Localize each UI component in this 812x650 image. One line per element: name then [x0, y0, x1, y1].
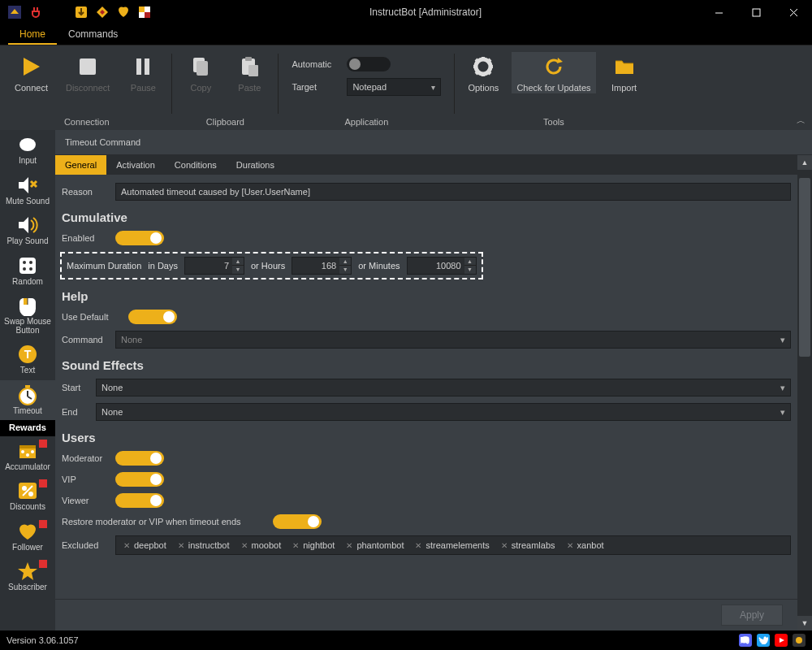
command-select[interactable]: None▾ [115, 331, 791, 349]
remove-chip-icon[interactable]: ✕ [123, 541, 130, 550]
use-default-toggle[interactable] [128, 310, 177, 324]
subtab-activation[interactable]: Activation [106, 155, 165, 175]
excluded-chips[interactable]: ✕deepbot✕instructbot✕moobot✕nightbot✕pha… [115, 535, 791, 555]
viewer-toggle[interactable] [115, 493, 164, 508]
scroll-thumb[interactable] [799, 178, 810, 357]
vip-toggle[interactable] [115, 472, 164, 487]
excluded-chip[interactable]: ✕instructbot [175, 540, 233, 551]
automatic-toggle[interactable] [347, 57, 391, 72]
disconnect-button[interactable]: Disconnect [61, 52, 114, 93]
sidebar-item-text[interactable]: T Text [0, 340, 55, 380]
excluded-chip[interactable]: ✕streamelements [412, 540, 492, 551]
minimize-button[interactable] [700, 0, 737, 24]
excluded-chip[interactable]: ✕nightbot [289, 540, 338, 551]
hours-spinner[interactable]: ▲▼ [292, 257, 352, 275]
target-combo[interactable]: Notepad▾ [347, 78, 441, 96]
remove-chip-icon[interactable]: ✕ [567, 541, 573, 550]
qa-icon-1[interactable] [75, 6, 88, 19]
sidebar-item-random[interactable]: Random [0, 251, 55, 292]
svg-marker-21 [19, 177, 28, 193]
qa-icon-4[interactable] [138, 6, 151, 19]
days-spinner[interactable]: ▲▼ [184, 257, 244, 275]
cumulative-enabled-toggle[interactable] [115, 231, 164, 245]
paste-button[interactable]: Paste [229, 52, 270, 93]
remove-chip-icon[interactable]: ✕ [241, 541, 248, 550]
svg-rect-32 [25, 385, 30, 388]
twitter-icon[interactable] [757, 634, 770, 647]
refresh-icon [542, 55, 565, 78]
discord-icon[interactable] [739, 634, 752, 647]
excluded-chip[interactable]: ✕streamlabs [498, 540, 559, 551]
minutes-spinner[interactable]: ▲▼ [407, 257, 477, 275]
sub-tabs: General Activation Conditions Durations [55, 155, 797, 175]
svg-point-43 [796, 637, 802, 644]
scroll-down-icon[interactable]: ▼ [797, 616, 812, 630]
end-sound-select[interactable]: None▾ [96, 403, 791, 421]
qa-icon-3[interactable] [117, 6, 130, 19]
sidebar-item-follower[interactable]: Follower [0, 517, 55, 557]
sidebar: Input Mute Sound Play Sound Random Swap … [0, 130, 55, 630]
pause-button[interactable]: Pause [123, 52, 163, 93]
scroll-up-icon[interactable]: ▲ [797, 155, 812, 170]
remove-chip-icon[interactable]: ✕ [415, 541, 421, 550]
tab-home[interactable]: Home [8, 24, 57, 45]
reason-input[interactable] [115, 183, 791, 201]
viewer-label: Viewer [62, 496, 107, 505]
svg-rect-12 [145, 58, 149, 75]
sidebar-item-accumulator[interactable]: Accumulator [0, 436, 55, 477]
remove-chip-icon[interactable]: ✕ [501, 541, 508, 550]
ribbon-group-application: Automatic Target Notepad▾ Application [282, 49, 451, 130]
svg-point-19 [480, 63, 486, 70]
ribbon-group-connection: Connect Disconnect Pause Connection [5, 49, 168, 130]
excluded-chip[interactable]: ✕moobot [238, 540, 285, 551]
import-button[interactable]: Import [604, 52, 645, 93]
restore-label: Restore moderator or VIP when timeout en… [62, 517, 265, 526]
ribbon-collapse-button[interactable]: ︿ [797, 115, 806, 127]
moderator-toggle[interactable] [115, 451, 164, 466]
in-days-label: in Days [148, 261, 178, 271]
youtube-icon[interactable] [775, 634, 788, 647]
excluded-chip[interactable]: ✕deepbot [120, 540, 170, 551]
subtab-durations[interactable]: Durations [227, 155, 284, 175]
heart-icon [16, 521, 39, 542]
qa-icon-2[interactable] [96, 6, 109, 19]
remove-chip-icon[interactable]: ✕ [178, 541, 184, 550]
ribbon-group-label: Application [285, 115, 447, 130]
tab-commands[interactable]: Commands [57, 24, 129, 45]
content-header: Timeout Command [55, 130, 812, 155]
subtab-general[interactable]: General [55, 155, 106, 175]
svg-rect-6 [139, 12, 145, 18]
folder-icon [613, 55, 636, 78]
sidebar-item-subscriber[interactable]: Subscriber [0, 557, 55, 597]
excluded-chip[interactable]: ✕phantombot [343, 540, 407, 551]
excluded-chip[interactable]: ✕xanbot [564, 540, 607, 551]
command-label: Command [62, 335, 107, 344]
sidebar-item-swap-mouse[interactable]: Swap Mouse Button [0, 291, 55, 340]
remove-chip-icon[interactable]: ✕ [292, 541, 299, 550]
maximize-button[interactable] [737, 0, 775, 24]
close-button[interactable] [775, 0, 812, 24]
copy-button[interactable]: Copy [180, 52, 221, 93]
connect-button[interactable]: Connect [10, 52, 53, 93]
sidebar-item-input[interactable]: Input [0, 130, 55, 171]
sidebar-item-timeout[interactable]: Timeout [0, 380, 55, 421]
start-sound-select[interactable]: None▾ [96, 379, 791, 396]
sidebar-item-mute-sound[interactable]: Mute Sound [0, 171, 55, 211]
subtab-conditions[interactable]: Conditions [165, 155, 227, 175]
target-label: Target [292, 82, 339, 92]
vertical-scrollbar[interactable]: ▲ ▼ [797, 155, 812, 630]
or-hours-label: or Hours [251, 261, 285, 271]
sidebar-item-play-sound[interactable]: Play Sound [0, 210, 55, 251]
svg-rect-17 [248, 65, 258, 76]
restore-toggle[interactable] [273, 514, 322, 529]
apply-button[interactable]: Apply [721, 604, 783, 626]
remove-chip-icon[interactable]: ✕ [346, 541, 352, 550]
options-button[interactable]: Options [463, 52, 503, 93]
svg-point-40 [28, 492, 33, 496]
svg-rect-11 [136, 58, 141, 75]
check-updates-button[interactable]: Check for Updates [512, 52, 595, 93]
accumulator-icon [16, 440, 39, 462]
sidebar-item-discounts[interactable]: Discounts [0, 476, 55, 517]
status-icon[interactable] [793, 634, 806, 647]
play-icon [19, 55, 42, 78]
